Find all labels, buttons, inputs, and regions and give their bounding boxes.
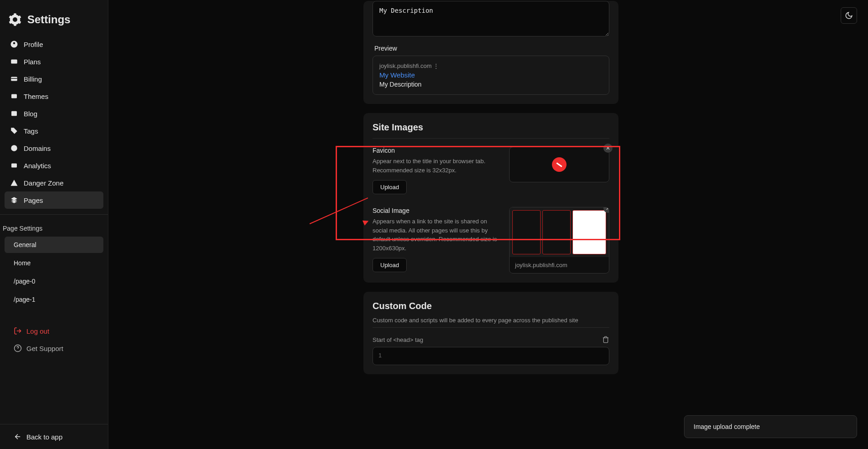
divider bbox=[373, 138, 609, 139]
billing-icon bbox=[10, 75, 18, 83]
svg-point-1 bbox=[13, 42, 15, 45]
back-to-app[interactable]: Back to app bbox=[0, 424, 108, 449]
logout-icon bbox=[14, 327, 22, 335]
nav-label: Tags bbox=[24, 127, 38, 135]
card-icon bbox=[10, 57, 18, 66]
code-line-no: 1 bbox=[378, 352, 382, 359]
site-images-title: Site Images bbox=[373, 122, 609, 133]
sidebar-item-pages[interactable]: Pages bbox=[5, 191, 103, 209]
page-item-page0[interactable]: /page-0 bbox=[5, 273, 103, 289]
logout-label: Log out bbox=[26, 327, 49, 335]
svg-point-7 bbox=[11, 145, 17, 151]
moon-icon bbox=[845, 11, 853, 20]
nav-label: Themes bbox=[24, 93, 48, 100]
main-content: Preview joylisk.publishfi.com ⋮ My Websi… bbox=[108, 0, 868, 449]
sidebar-item-profile[interactable]: Profile bbox=[5, 36, 103, 53]
sidebar-item-billing[interactable]: Billing bbox=[5, 70, 103, 88]
custom-code-subtitle: Custom code and scripts will be added to… bbox=[373, 317, 609, 324]
divider bbox=[373, 327, 609, 328]
preview-title[interactable]: My Website bbox=[379, 71, 602, 79]
page-settings-label: Page Settings bbox=[0, 220, 108, 236]
analytics-icon bbox=[10, 161, 18, 170]
preview-label: Preview bbox=[374, 45, 609, 52]
trash-icon[interactable] bbox=[602, 336, 609, 343]
sidebar-item-analytics[interactable]: Analytics bbox=[5, 157, 103, 174]
page-item-home[interactable]: Home bbox=[5, 255, 103, 271]
page-item-page1[interactable]: /page-1 bbox=[5, 291, 103, 308]
social-url: joylisk.publishfi.com bbox=[510, 257, 609, 273]
tag-icon bbox=[10, 127, 18, 135]
warning-icon bbox=[10, 179, 18, 187]
sidebar: Settings Profile Plans Billing Themes Bl… bbox=[0, 0, 108, 449]
favicon-remove-button[interactable]: ✕ bbox=[603, 144, 613, 153]
nav-label: Analytics bbox=[24, 162, 51, 170]
page-item-general[interactable]: General bbox=[5, 237, 103, 253]
toast-notification: Image upload complete bbox=[684, 415, 857, 438]
social-upload-button[interactable]: Upload bbox=[373, 258, 407, 272]
custom-code-card: Custom Code Custom code and scripts will… bbox=[363, 292, 618, 374]
back-label: Back to app bbox=[26, 433, 62, 441]
head-code-input[interactable]: 1 bbox=[373, 347, 609, 365]
nav-label: Danger Zone bbox=[24, 179, 64, 187]
favicon-title: Favicon bbox=[373, 147, 500, 154]
gear-icon bbox=[8, 13, 22, 26]
social-desc: Appears when a link to the site is share… bbox=[373, 217, 500, 253]
back-icon bbox=[14, 433, 22, 441]
preview-box: joylisk.publishfi.com ⋮ My Website My De… bbox=[373, 56, 609, 95]
layers-icon bbox=[10, 196, 18, 204]
support-label: Get Support bbox=[26, 345, 63, 352]
favicon-preview: ✕ bbox=[509, 147, 609, 182]
head-code-label: Start of <head> tag bbox=[373, 336, 423, 343]
description-textarea[interactable] bbox=[373, 1, 609, 36]
social-preview: joylisk.publishfi.com ✕ bbox=[509, 207, 609, 274]
sidebar-title: Settings bbox=[27, 13, 71, 26]
toast-message: Image upload complete bbox=[694, 423, 760, 430]
nav-list: Profile Plans Billing Themes Blog Tags D… bbox=[0, 36, 108, 209]
support-button[interactable]: Get Support bbox=[0, 340, 108, 357]
svg-rect-8 bbox=[11, 164, 17, 168]
nav-label: Plans bbox=[24, 58, 41, 66]
theme-toggle-button[interactable] bbox=[841, 7, 857, 24]
sidebar-header: Settings bbox=[0, 0, 108, 36]
nav-label: Domains bbox=[24, 145, 51, 152]
sidebar-item-blog[interactable]: Blog bbox=[5, 105, 103, 122]
social-title: Social Image bbox=[373, 207, 500, 214]
sidebar-item-danger[interactable]: Danger Zone bbox=[5, 174, 103, 191]
nav-label: Blog bbox=[24, 110, 37, 118]
sidebar-item-themes[interactable]: Themes bbox=[5, 88, 103, 105]
sidebar-item-domains[interactable]: Domains bbox=[5, 139, 103, 157]
sidebar-item-plans[interactable]: Plans bbox=[5, 53, 103, 70]
svg-rect-5 bbox=[11, 94, 17, 98]
social-image bbox=[510, 207, 609, 257]
svg-rect-4 bbox=[11, 78, 17, 79]
favicon-image bbox=[552, 157, 567, 172]
nav-label: Profile bbox=[24, 41, 43, 48]
nav-label: Pages bbox=[24, 196, 43, 204]
svg-rect-2 bbox=[11, 60, 17, 64]
favicon-upload-button[interactable]: Upload bbox=[373, 180, 407, 194]
site-images-card: Site Images Favicon Appear next to the t… bbox=[363, 113, 618, 283]
themes-icon bbox=[10, 92, 18, 100]
sidebar-item-tags[interactable]: Tags bbox=[5, 122, 103, 139]
divider bbox=[0, 214, 108, 215]
user-icon bbox=[10, 40, 18, 48]
custom-code-title: Custom Code bbox=[373, 301, 609, 311]
globe-icon bbox=[10, 144, 18, 152]
preview-desc: My Description bbox=[379, 81, 602, 88]
nav-label: Billing bbox=[24, 75, 42, 83]
help-icon bbox=[14, 344, 22, 352]
svg-rect-6 bbox=[11, 111, 17, 116]
logout-button[interactable]: Log out bbox=[0, 322, 108, 340]
favicon-desc: Appear next to the title in your browser… bbox=[373, 157, 500, 175]
blog-icon bbox=[10, 109, 18, 118]
preview-url: joylisk.publishfi.com ⋮ bbox=[379, 62, 602, 69]
